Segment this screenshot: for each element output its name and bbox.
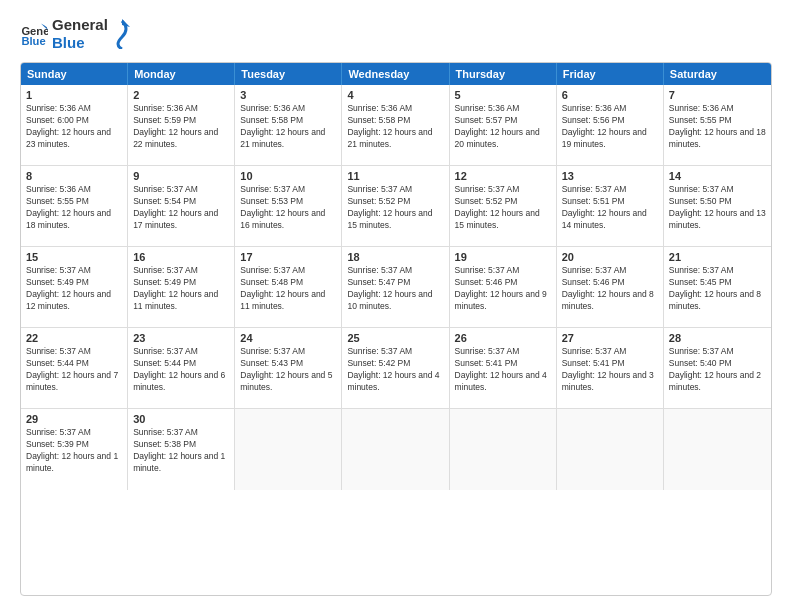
day-cell-23: 23Sunrise: 5:37 AMSunset: 5:44 PMDayligh… [128, 328, 235, 408]
day-cell-16: 16Sunrise: 5:37 AMSunset: 5:49 PMDayligh… [128, 247, 235, 327]
day-cell-10: 10Sunrise: 5:37 AMSunset: 5:53 PMDayligh… [235, 166, 342, 246]
logo-blue: Blue [52, 34, 108, 52]
day-info: Sunrise: 5:37 AMSunset: 5:42 PMDaylight:… [347, 346, 443, 394]
day-number: 6 [562, 89, 658, 101]
empty-cell [342, 409, 449, 490]
calendar-week-1: 1Sunrise: 5:36 AMSunset: 6:00 PMDaylight… [21, 85, 771, 166]
day-info: Sunrise: 5:36 AMSunset: 5:55 PMDaylight:… [26, 184, 122, 232]
day-number: 23 [133, 332, 229, 344]
day-cell-6: 6Sunrise: 5:36 AMSunset: 5:56 PMDaylight… [557, 85, 664, 165]
day-number: 26 [455, 332, 551, 344]
header-cell-sunday: Sunday [21, 63, 128, 85]
empty-cell [450, 409, 557, 490]
day-cell-7: 7Sunrise: 5:36 AMSunset: 5:55 PMDaylight… [664, 85, 771, 165]
day-number: 24 [240, 332, 336, 344]
day-number: 7 [669, 89, 766, 101]
day-info: Sunrise: 5:37 AMSunset: 5:45 PMDaylight:… [669, 265, 766, 313]
day-info: Sunrise: 5:37 AMSunset: 5:52 PMDaylight:… [455, 184, 551, 232]
svg-text:Blue: Blue [21, 35, 45, 47]
logo-wave-icon [112, 19, 132, 49]
day-cell-2: 2Sunrise: 5:36 AMSunset: 5:59 PMDaylight… [128, 85, 235, 165]
day-number: 28 [669, 332, 766, 344]
header-cell-monday: Monday [128, 63, 235, 85]
day-number: 10 [240, 170, 336, 182]
day-info: Sunrise: 5:36 AMSunset: 5:56 PMDaylight:… [562, 103, 658, 151]
day-cell-20: 20Sunrise: 5:37 AMSunset: 5:46 PMDayligh… [557, 247, 664, 327]
day-info: Sunrise: 5:37 AMSunset: 5:39 PMDaylight:… [26, 427, 122, 475]
empty-cell [235, 409, 342, 490]
day-number: 2 [133, 89, 229, 101]
day-cell-30: 30Sunrise: 5:37 AMSunset: 5:38 PMDayligh… [128, 409, 235, 490]
day-info: Sunrise: 5:36 AMSunset: 5:58 PMDaylight:… [347, 103, 443, 151]
day-cell-25: 25Sunrise: 5:37 AMSunset: 5:42 PMDayligh… [342, 328, 449, 408]
day-number: 11 [347, 170, 443, 182]
day-info: Sunrise: 5:37 AMSunset: 5:40 PMDaylight:… [669, 346, 766, 394]
calendar-week-4: 22Sunrise: 5:37 AMSunset: 5:44 PMDayligh… [21, 328, 771, 409]
day-info: Sunrise: 5:37 AMSunset: 5:52 PMDaylight:… [347, 184, 443, 232]
day-info: Sunrise: 5:36 AMSunset: 5:57 PMDaylight:… [455, 103, 551, 151]
day-info: Sunrise: 5:37 AMSunset: 5:53 PMDaylight:… [240, 184, 336, 232]
day-number: 18 [347, 251, 443, 263]
day-cell-21: 21Sunrise: 5:37 AMSunset: 5:45 PMDayligh… [664, 247, 771, 327]
day-info: Sunrise: 5:37 AMSunset: 5:47 PMDaylight:… [347, 265, 443, 313]
day-info: Sunrise: 5:37 AMSunset: 5:49 PMDaylight:… [26, 265, 122, 313]
day-number: 27 [562, 332, 658, 344]
day-cell-1: 1Sunrise: 5:36 AMSunset: 6:00 PMDaylight… [21, 85, 128, 165]
day-cell-26: 26Sunrise: 5:37 AMSunset: 5:41 PMDayligh… [450, 328, 557, 408]
day-info: Sunrise: 5:37 AMSunset: 5:44 PMDaylight:… [133, 346, 229, 394]
day-cell-29: 29Sunrise: 5:37 AMSunset: 5:39 PMDayligh… [21, 409, 128, 490]
day-cell-17: 17Sunrise: 5:37 AMSunset: 5:48 PMDayligh… [235, 247, 342, 327]
header-cell-tuesday: Tuesday [235, 63, 342, 85]
day-cell-22: 22Sunrise: 5:37 AMSunset: 5:44 PMDayligh… [21, 328, 128, 408]
day-cell-11: 11Sunrise: 5:37 AMSunset: 5:52 PMDayligh… [342, 166, 449, 246]
day-cell-4: 4Sunrise: 5:36 AMSunset: 5:58 PMDaylight… [342, 85, 449, 165]
day-number: 19 [455, 251, 551, 263]
day-cell-8: 8Sunrise: 5:36 AMSunset: 5:55 PMDaylight… [21, 166, 128, 246]
header-cell-friday: Friday [557, 63, 664, 85]
day-number: 25 [347, 332, 443, 344]
day-number: 1 [26, 89, 122, 101]
page-header: General Blue General Blue [20, 16, 772, 52]
calendar-week-3: 15Sunrise: 5:37 AMSunset: 5:49 PMDayligh… [21, 247, 771, 328]
day-cell-14: 14Sunrise: 5:37 AMSunset: 5:50 PMDayligh… [664, 166, 771, 246]
day-cell-9: 9Sunrise: 5:37 AMSunset: 5:54 PMDaylight… [128, 166, 235, 246]
day-number: 21 [669, 251, 766, 263]
day-info: Sunrise: 5:37 AMSunset: 5:48 PMDaylight:… [240, 265, 336, 313]
day-info: Sunrise: 5:36 AMSunset: 5:55 PMDaylight:… [669, 103, 766, 151]
calendar-body: 1Sunrise: 5:36 AMSunset: 6:00 PMDaylight… [21, 85, 771, 490]
day-number: 17 [240, 251, 336, 263]
day-info: Sunrise: 5:36 AMSunset: 6:00 PMDaylight:… [26, 103, 122, 151]
header-cell-wednesday: Wednesday [342, 63, 449, 85]
day-info: Sunrise: 5:37 AMSunset: 5:49 PMDaylight:… [133, 265, 229, 313]
day-number: 4 [347, 89, 443, 101]
day-cell-15: 15Sunrise: 5:37 AMSunset: 5:49 PMDayligh… [21, 247, 128, 327]
logo-icon: General Blue [20, 20, 48, 48]
day-cell-27: 27Sunrise: 5:37 AMSunset: 5:41 PMDayligh… [557, 328, 664, 408]
day-cell-13: 13Sunrise: 5:37 AMSunset: 5:51 PMDayligh… [557, 166, 664, 246]
day-number: 8 [26, 170, 122, 182]
day-number: 12 [455, 170, 551, 182]
day-info: Sunrise: 5:37 AMSunset: 5:50 PMDaylight:… [669, 184, 766, 232]
day-cell-28: 28Sunrise: 5:37 AMSunset: 5:40 PMDayligh… [664, 328, 771, 408]
day-number: 13 [562, 170, 658, 182]
header-cell-saturday: Saturday [664, 63, 771, 85]
day-number: 22 [26, 332, 122, 344]
day-info: Sunrise: 5:37 AMSunset: 5:44 PMDaylight:… [26, 346, 122, 394]
day-info: Sunrise: 5:37 AMSunset: 5:54 PMDaylight:… [133, 184, 229, 232]
calendar-week-2: 8Sunrise: 5:36 AMSunset: 5:55 PMDaylight… [21, 166, 771, 247]
calendar-week-5: 29Sunrise: 5:37 AMSunset: 5:39 PMDayligh… [21, 409, 771, 490]
day-cell-3: 3Sunrise: 5:36 AMSunset: 5:58 PMDaylight… [235, 85, 342, 165]
day-info: Sunrise: 5:37 AMSunset: 5:46 PMDaylight:… [562, 265, 658, 313]
day-info: Sunrise: 5:36 AMSunset: 5:58 PMDaylight:… [240, 103, 336, 151]
day-info: Sunrise: 5:37 AMSunset: 5:41 PMDaylight:… [455, 346, 551, 394]
calendar: SundayMondayTuesdayWednesdayThursdayFrid… [20, 62, 772, 596]
empty-cell [664, 409, 771, 490]
day-info: Sunrise: 5:37 AMSunset: 5:38 PMDaylight:… [133, 427, 229, 475]
day-info: Sunrise: 5:37 AMSunset: 5:51 PMDaylight:… [562, 184, 658, 232]
day-number: 29 [26, 413, 122, 425]
day-number: 9 [133, 170, 229, 182]
day-cell-5: 5Sunrise: 5:36 AMSunset: 5:57 PMDaylight… [450, 85, 557, 165]
header-cell-thursday: Thursday [450, 63, 557, 85]
day-cell-12: 12Sunrise: 5:37 AMSunset: 5:52 PMDayligh… [450, 166, 557, 246]
day-number: 3 [240, 89, 336, 101]
